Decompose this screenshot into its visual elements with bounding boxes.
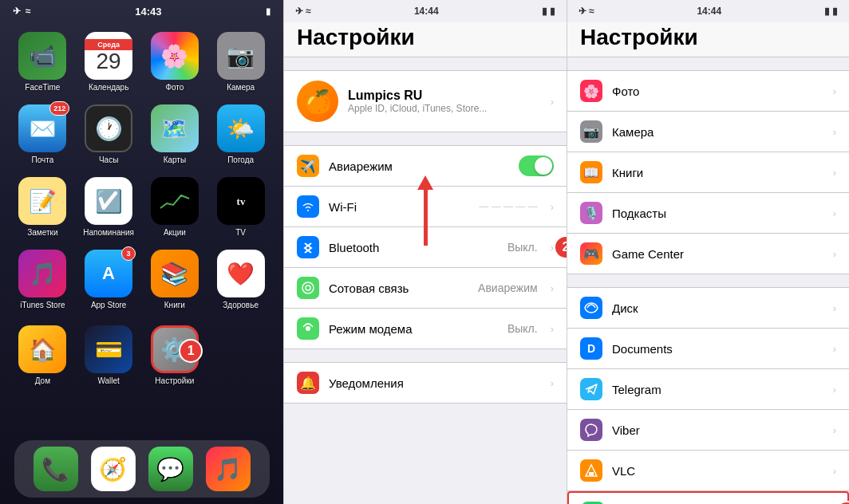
app-stocks[interactable]: Акции	[148, 177, 202, 237]
vlc-chevron: ›	[833, 465, 836, 477]
step-1-badge: 1	[179, 339, 203, 363]
podcasts-label: Подкасты	[612, 207, 823, 220]
svg-point-3	[302, 282, 314, 293]
settings-row-photos[interactable]: 🌸 Фото ›	[567, 70, 849, 112]
calendar-icon: Среда 29	[85, 32, 132, 80]
appstore-label: App Store	[91, 301, 126, 309]
safari-icon: 🧭	[91, 447, 136, 491]
dock-messages[interactable]: 💬	[148, 447, 193, 491]
tv-icon: tv	[217, 177, 265, 225]
cellular-icon	[297, 277, 319, 299]
clock-icon: 🕐	[85, 104, 132, 152]
iphone-home-screen: ✈ ≈ 14:43 ▮ 📹 FaceTime Среда 29 Календар…	[0, 0, 283, 504]
settings-row-viber[interactable]: Viber ›	[567, 410, 849, 451]
app-maps[interactable]: 🗺️ Карты	[148, 104, 202, 164]
app-facetime[interactable]: 📹 FaceTime	[16, 32, 69, 92]
wallet-icon: 💳	[85, 325, 132, 373]
app-photos[interactable]: 🌸 Фото	[148, 32, 202, 92]
mail-icon: ✉️ 212	[18, 104, 66, 152]
viber-chevron: ›	[833, 424, 836, 436]
battery-3: ▮ ▮	[824, 6, 838, 17]
camera-icon: 📷	[217, 32, 265, 80]
settings-row-notifications[interactable]: 🔔 Уведомления ›	[284, 362, 567, 404]
books-chevron: ›	[833, 167, 836, 179]
photos-row-icon: 🌸	[580, 80, 602, 102]
app-books[interactable]: 📚 Книги	[148, 250, 202, 309]
app-health[interactable]: ❤️ Здоровье	[214, 250, 267, 309]
settings-row-disk[interactable]: Диск ›	[567, 287, 849, 329]
mail-label: Почта	[31, 156, 53, 164]
documents-icon: D	[580, 337, 602, 360]
settings-section-thirdparty: Диск › D Documents › Telegram › Viber ›	[567, 287, 849, 504]
reminders-icon: ☑️	[85, 177, 132, 225]
arrow-head	[417, 175, 433, 190]
settings-row-hotspot[interactable]: Режим модема Выкл. ›	[284, 309, 567, 349]
hotspot-chevron: ›	[551, 323, 554, 335]
battery-2: ▮ ▮	[542, 6, 555, 17]
wifi-icon	[297, 195, 319, 218]
settings-row-podcasts[interactable]: 🎙️ Подкасты ›	[567, 193, 849, 234]
app-calendar[interactable]: Среда 29 Календарь	[82, 32, 136, 92]
health-label: Здоровье	[223, 301, 259, 309]
profile-sub: Apple ID, iCloud, iTunes, Store...	[348, 103, 541, 114]
telegram-label: Telegram	[612, 383, 823, 396]
scroll-arrow	[417, 175, 433, 246]
settings-label: Настройки	[155, 376, 194, 385]
health-icon: ❤️	[217, 250, 265, 297]
notifications-label: Уведомления	[329, 376, 541, 390]
settings-row-cellular[interactable]: Сотовая связь Авиарежим ›	[284, 268, 567, 309]
settings-row-telegram[interactable]: Telegram ›	[567, 369, 849, 410]
app-mail[interactable]: ✉️ 212 Почта	[16, 104, 69, 164]
app-camera[interactable]: 📷 Камера	[214, 32, 267, 92]
app-weather[interactable]: 🌤️ Погода	[214, 104, 267, 164]
notifications-chevron: ›	[551, 377, 554, 389]
dock-music[interactable]: 🎵	[206, 447, 251, 491]
app-clock[interactable]: 🕐 Часы	[82, 104, 136, 164]
profile-name: Lumpics RU	[348, 89, 541, 103]
home-icon: 🏠	[18, 325, 66, 373]
gamecenter-icon: 🎮	[580, 242, 602, 265]
app-wallet[interactable]: 💳 Wallet	[82, 325, 136, 385]
dock-safari[interactable]: 🧭	[91, 447, 136, 491]
settings-row-vlc[interactable]: VLC ›	[567, 451, 849, 491]
facetime-label: FaceTime	[25, 83, 60, 92]
telegram-icon	[580, 378, 602, 400]
wifi-icon: ≈	[26, 6, 31, 17]
camera-label: Камера	[227, 83, 255, 92]
airplane-icon: ✈️	[297, 155, 319, 177]
dock-phone[interactable]: 📞	[34, 447, 78, 491]
app-itunes[interactable]: 🎵 iTunes Store	[16, 250, 69, 309]
settings-title: Настройки	[297, 25, 415, 50]
weather-icon: 🌤️	[217, 104, 265, 152]
airplane-toggle[interactable]	[519, 156, 554, 176]
profile-row[interactable]: 🍊 Lumpics RU Apple ID, iCloud, iTunes, S…	[284, 70, 567, 132]
status-bar-2: ✈ ≈ 14:44 ▮ ▮	[284, 0, 567, 22]
settings-nav-bar: Настройки	[284, 22, 567, 57]
app-appstore[interactable]: A 3 App Store	[82, 250, 136, 309]
settings-panel-list: ✈ ≈ 14:44 ▮ ▮ Настройки 🌸 Фото › 📷 Камер…	[567, 0, 849, 504]
app-reminders[interactable]: ☑️ Напоминания	[82, 177, 136, 237]
stocks-icon	[151, 177, 199, 225]
stocks-label: Акции	[164, 228, 186, 237]
settings-row-books[interactable]: 📖 Книги ›	[567, 152, 849, 193]
app-home[interactable]: 🏠 Дом	[16, 325, 69, 385]
settings-row-camera[interactable]: 📷 Камера ›	[567, 112, 849, 152]
cellular-chevron: ›	[551, 282, 554, 294]
status-right: ▮	[266, 6, 270, 17]
arrow-shaft	[424, 190, 428, 246]
dock: 📞 🧭 💬 🎵	[14, 440, 270, 498]
disk-icon	[580, 297, 602, 319]
app-notes[interactable]: 📝 Заметки	[16, 177, 69, 237]
svg-point-5	[306, 326, 310, 331]
wifi-value: — — — — —	[479, 201, 537, 212]
airplane-label: Авиарежим	[329, 159, 509, 173]
app-tv[interactable]: tv TV	[214, 177, 267, 237]
photos-row-label: Фото	[612, 85, 823, 98]
settings-row-documents[interactable]: D Documents ›	[567, 329, 849, 369]
settings-panel-main: ✈ ≈ 14:44 ▮ ▮ Настройки 🍊 Lumpics RU App…	[283, 0, 567, 504]
settings-row-whatsapp[interactable]: WhatsApp › 3	[567, 491, 849, 504]
time-2: 14:44	[414, 6, 439, 17]
settings-row-gamecenter[interactable]: 🎮 Game Center ›	[567, 234, 849, 274]
app-settings[interactable]: ⚙️ 1 Настройки	[148, 325, 202, 385]
viber-label: Viber	[612, 423, 823, 437]
